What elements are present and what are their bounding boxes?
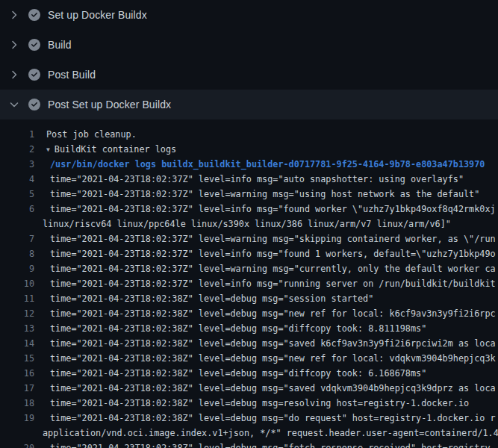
chevron-down-icon[interactable] [8, 99, 20, 111]
log-line[interactable]: 18 time="2021-04-23T18:02:38Z" level=deb… [0, 396, 498, 411]
check-circle-icon [28, 39, 40, 51]
log-line-text: time="2021-04-23T18:02:38Z" level=debug … [50, 336, 496, 351]
log-line-group-header[interactable]: 2 ▼BuildKit container logs [0, 142, 498, 157]
log-line[interactable]: 14 time="2021-04-23T18:02:38Z" level=deb… [0, 336, 498, 351]
log-line-number: 4 [0, 172, 34, 187]
log-viewer: 1 Post job cleanup. 2 ▼BuildKit containe… [0, 119, 498, 448]
log-line-text: time="2021-04-23T18:02:37Z" level=warnin… [50, 231, 496, 246]
step-label: Post Build [48, 69, 96, 81]
log-line-text: time="2021-04-23T18:02:38Z" level=debug … [50, 351, 496, 366]
log-line-text: Post job cleanup. [46, 127, 137, 142]
log-line-text: time="2021-04-23T18:02:38Z" level=debug … [50, 381, 496, 396]
log-line[interactable]: 13 time="2021-04-23T18:02:38Z" level=deb… [0, 321, 498, 336]
log-line-text: time="2021-04-23T18:02:37Z" level=info m… [50, 202, 496, 217]
check-circle-icon [28, 99, 40, 111]
log-line[interactable]: 12 time="2021-04-23T18:02:38Z" level=deb… [0, 306, 498, 321]
log-line-command[interactable]: 3 /usr/bin/docker logs buildx_buildkit_b… [0, 157, 498, 172]
log-line-number [0, 426, 34, 441]
log-line[interactable]: 17 time="2021-04-23T18:02:38Z" level=deb… [0, 381, 498, 396]
step-label: Post Set up Docker Buildx [48, 99, 171, 111]
log-line-text: time="2021-04-23T18:02:38Z" level=debug … [50, 291, 373, 306]
steps-list: Set up Docker Buildx Build Post Build Po… [0, 0, 498, 119]
group-collapse-triangle-icon[interactable]: ▼ [46, 143, 50, 157]
log-line-number [0, 217, 34, 231]
log-line-text: time="2021-04-23T18:02:38Z" level=debug … [50, 366, 426, 381]
log-group-title: BuildKit container logs [55, 144, 176, 155]
log-line-number: 13 [0, 321, 34, 336]
log-line-number: 16 [0, 366, 34, 381]
log-line[interactable]: 20 time="2021-04-23T18:02:38Z" level=deb… [0, 441, 498, 448]
log-line-wrap-continuation[interactable]: linux/riscv64 linux/ppc64le linux/s390x … [0, 217, 498, 231]
step-row-post-set-up-docker-buildx[interactable]: Post Set up Docker Buildx [0, 90, 498, 119]
log-line-number: 20 [0, 441, 34, 448]
log-line-number: 10 [0, 276, 34, 291]
log-line-number: 3 [0, 157, 34, 172]
chevron-right-icon[interactable] [8, 39, 20, 51]
log-line-text: time="2021-04-23T18:02:37Z" level=warnin… [50, 261, 496, 276]
log-line-text: time="2021-04-23T18:02:38Z" level=debug … [50, 396, 469, 411]
log-line-number: 17 [0, 381, 34, 396]
log-line-text: time="2021-04-23T18:02:38Z" level=debug … [50, 411, 496, 426]
log-line-wrap-continuation[interactable]: application/vnd.oci.image.index.v1+json,… [0, 426, 498, 441]
chevron-right-icon[interactable] [8, 9, 20, 21]
step-label: Set up Docker Buildx [48, 9, 147, 21]
log-line-text: time="2021-04-23T18:02:37Z" level=info m… [50, 246, 496, 261]
log-line-number: 19 [0, 411, 34, 426]
log-line[interactable]: 16 time="2021-04-23T18:02:38Z" level=deb… [0, 366, 498, 381]
log-line-number: 7 [0, 231, 34, 246]
log-line[interactable]: 6 time="2021-04-23T18:02:37Z" level=info… [0, 202, 498, 217]
log-line-number: 14 [0, 336, 34, 351]
log-line-text: ▼BuildKit container logs [46, 142, 176, 157]
log-line[interactable]: 7 time="2021-04-23T18:02:37Z" level=warn… [0, 231, 498, 246]
log-line-text: time="2021-04-23T18:02:38Z" level=debug … [50, 441, 496, 448]
log-line[interactable]: 15 time="2021-04-23T18:02:38Z" level=deb… [0, 351, 498, 366]
log-line-number: 8 [0, 246, 34, 261]
log-line-number: 2 [0, 142, 34, 157]
log-line[interactable]: 5 time="2021-04-23T18:02:37Z" level=warn… [0, 187, 498, 202]
log-line[interactable]: 19 time="2021-04-23T18:02:38Z" level=deb… [0, 411, 498, 426]
log-line[interactable]: 9 time="2021-04-23T18:02:37Z" level=warn… [0, 261, 498, 276]
log-line-number: 11 [0, 291, 34, 306]
step-label: Build [48, 39, 72, 51]
log-line-number: 9 [0, 261, 34, 276]
log-line[interactable]: 10 time="2021-04-23T18:02:37Z" level=inf… [0, 276, 498, 291]
check-circle-icon [28, 69, 40, 81]
log-line[interactable]: 11 time="2021-04-23T18:02:38Z" level=deb… [0, 291, 498, 306]
log-line[interactable]: 1 Post job cleanup. [0, 127, 498, 142]
log-line-text: time="2021-04-23T18:02:38Z" level=debug … [50, 321, 426, 336]
log-line-number: 6 [0, 202, 34, 217]
log-line[interactable]: 4 time="2021-04-23T18:02:37Z" level=info… [0, 172, 498, 187]
log-line[interactable]: 8 time="2021-04-23T18:02:37Z" level=info… [0, 246, 498, 261]
step-row-set-up-docker-buildx[interactable]: Set up Docker Buildx [0, 0, 498, 30]
log-line-number: 5 [0, 187, 34, 202]
check-circle-icon [28, 9, 40, 21]
log-line-number: 12 [0, 306, 34, 321]
log-line-text: time="2021-04-23T18:02:37Z" level=info m… [50, 276, 496, 291]
step-row-build[interactable]: Build [0, 30, 498, 60]
log-line-number: 15 [0, 351, 34, 366]
step-row-post-build[interactable]: Post Build [0, 60, 498, 90]
chevron-right-icon[interactable] [8, 69, 20, 81]
log-line-text: time="2021-04-23T18:02:37Z" level=info m… [50, 172, 464, 187]
log-line-text: time="2021-04-23T18:02:37Z" level=warnin… [50, 187, 479, 202]
log-line-text: time="2021-04-23T18:02:38Z" level=debug … [50, 306, 496, 321]
log-line-number: 18 [0, 396, 34, 411]
log-line-text: application/vnd.oci.image.index.v1+json,… [43, 426, 498, 441]
log-line-number: 1 [0, 127, 34, 142]
log-command-text: /usr/bin/docker logs buildx_buildkit_bui… [50, 157, 485, 172]
log-line-text: linux/riscv64 linux/ppc64le linux/s390x … [43, 217, 451, 231]
